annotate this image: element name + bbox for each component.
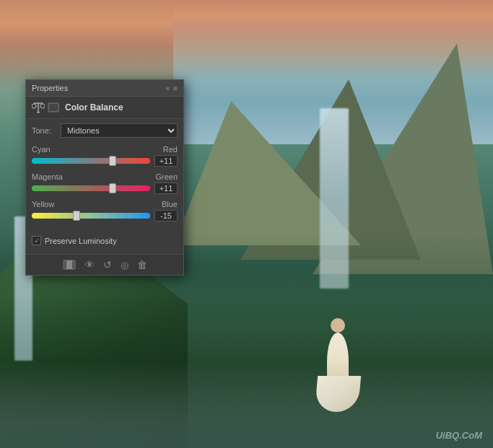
svg-rect-6 bbox=[37, 112, 40, 113]
panel-header: Color Balance bbox=[26, 97, 183, 119]
svg-rect-10 bbox=[66, 260, 72, 269]
cyan-red-track[interactable] bbox=[32, 158, 150, 164]
blue-label: Blue bbox=[162, 200, 178, 208]
yellow-blue-row: Yellow Blue -15 bbox=[32, 200, 178, 221]
mist-overlay bbox=[0, 361, 493, 448]
red-label: Red bbox=[163, 145, 178, 154]
yellow-blue-track[interactable] bbox=[32, 213, 150, 219]
menu-button[interactable]: ≡ bbox=[173, 84, 178, 92]
mask-icon[interactable] bbox=[63, 260, 76, 270]
magenta-green-labels: Magenta Green bbox=[32, 172, 178, 181]
tone-row: Tone: Shadows Midtones Highlights bbox=[26, 119, 183, 142]
panel-title: Properties bbox=[32, 84, 68, 92]
yellow-blue-value[interactable]: -15 bbox=[154, 210, 178, 221]
cyan-label: Cyan bbox=[32, 145, 51, 154]
tone-label: Tone: bbox=[32, 126, 57, 135]
magenta-green-track[interactable] bbox=[32, 185, 150, 191]
watermark: UiBQ.CoM bbox=[436, 430, 482, 441]
tone-select[interactable]: Shadows Midtones Highlights bbox=[61, 123, 178, 138]
preserve-luminosity-label: Preserve Luminosity bbox=[45, 237, 117, 245]
yellow-blue-container: -15 bbox=[32, 210, 178, 221]
collapse-button[interactable]: « bbox=[166, 84, 170, 92]
magenta-green-value[interactable]: +11 bbox=[154, 183, 178, 194]
magenta-green-thumb[interactable] bbox=[109, 183, 116, 193]
panel-controls: « ≡ bbox=[166, 84, 178, 92]
yellow-label: Yellow bbox=[32, 200, 54, 208]
header-icons bbox=[32, 102, 59, 113]
cyan-red-value[interactable]: +11 bbox=[154, 155, 178, 167]
cyan-red-container: +11 bbox=[32, 155, 178, 167]
reset-icon[interactable]: ↺ bbox=[103, 259, 112, 271]
cyan-red-labels: Cyan Red bbox=[32, 145, 178, 154]
visibility-icon[interactable]: 👁 bbox=[84, 259, 95, 271]
waterfall-main bbox=[320, 108, 349, 289]
balance-icon bbox=[32, 102, 45, 113]
yellow-blue-labels: Yellow Blue bbox=[32, 200, 178, 208]
magenta-label: Magenta bbox=[32, 172, 63, 181]
svg-point-3 bbox=[40, 104, 45, 108]
properties-panel: Properties « ≡ Color Balance bbox=[25, 79, 184, 276]
magenta-green-row: Magenta Green +11 bbox=[32, 172, 178, 194]
cyan-red-thumb[interactable] bbox=[109, 156, 116, 166]
green-label: Green bbox=[155, 172, 178, 181]
magenta-green-container: +11 bbox=[32, 183, 178, 194]
layer-icon bbox=[48, 102, 59, 113]
yellow-blue-thumb[interactable] bbox=[73, 211, 80, 221]
trash-icon[interactable]: 🗑 bbox=[137, 259, 147, 271]
svg-point-2 bbox=[32, 104, 36, 108]
preserve-luminosity-checkbox[interactable]: ✓ bbox=[32, 236, 41, 245]
checkmark-icon: ✓ bbox=[34, 237, 40, 245]
svg-rect-8 bbox=[49, 104, 58, 111]
cyan-red-row: Cyan Red +11 bbox=[32, 145, 178, 167]
preserve-luminosity-row: ✓ Preserve Luminosity bbox=[26, 230, 183, 254]
panel-header-title: Color Balance bbox=[65, 102, 123, 113]
sliders-section: Cyan Red +11 Magenta Green +11 bbox=[26, 142, 183, 230]
eye-icon[interactable]: ◎ bbox=[121, 260, 128, 271]
panel-footer: 👁 ↺ ◎ 🗑 bbox=[26, 254, 183, 275]
panel-titlebar: Properties « ≡ bbox=[26, 80, 183, 97]
